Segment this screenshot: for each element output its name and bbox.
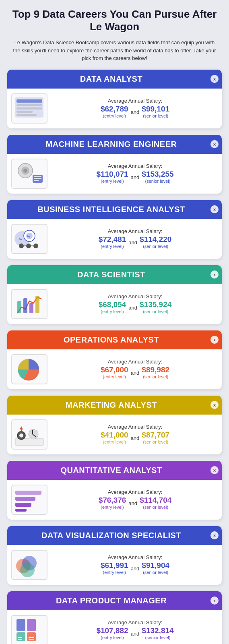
close-button-data-product-manager[interactable]: x (210, 597, 219, 605)
salary-label-business-intelligence-analyst: Average Annual Salary: (52, 228, 218, 234)
svg-rect-44 (17, 619, 25, 631)
entry-salary-data-visualization-specialist: $61,991 (entry level) (101, 561, 128, 575)
senior-amount-data-scientist: $135,924 (140, 301, 171, 309)
page-title: Top 9 Data Careers You Can Pursue After … (7, 8, 222, 33)
career-header-data-visualization-specialist: DATA VISUALIZATION SPECIALIST x (7, 526, 222, 545)
senior-level-label-data-product-manager: (senior level) (142, 635, 173, 640)
career-body-data-visualization-specialist: Average Annual Salary: $61,991 (entry le… (7, 545, 222, 585)
career-title-marketing-analyst: MARKETING ANALYST (13, 400, 210, 410)
close-button-data-analyst[interactable]: x (210, 75, 219, 83)
svg-rect-26 (35, 296, 39, 313)
career-body-data-product-manager: Average Annual Salary: $107,882 (entry l… (7, 610, 222, 644)
career-title-data-product-manager: DATA PRODUCT MANAGER (13, 596, 210, 605)
salary-info-data-product-manager: Average Annual Salary: $107,882 (entry l… (52, 619, 218, 640)
close-button-marketing-analyst[interactable]: x (210, 401, 219, 409)
salary-info-marketing-analyst: Average Annual Salary: $41,000 (entry le… (52, 424, 218, 445)
svg-rect-39 (15, 503, 31, 507)
and-text-data-analyst: and (131, 109, 140, 115)
senior-salary-data-scientist: $135,924 (senior level) (140, 301, 171, 314)
career-body-data-scientist: Average Annual Salary: $68,054 (entry le… (7, 284, 222, 324)
career-header-quantitative-analyst: QUANTITATIVE ANALYST x (7, 461, 222, 480)
career-title-data-analyst: DATA ANALYST (13, 74, 210, 84)
senior-amount-data-product-manager: $132,814 (142, 627, 173, 635)
senior-amount-machine-learning-engineer: $153,255 (142, 170, 173, 179)
salary-values-marketing-analyst: $41,000 (entry level) and $87,707 (senio… (52, 431, 218, 445)
senior-salary-quantitative-analyst: $114,704 (senior level) (140, 496, 171, 510)
career-card-marketing-analyst: MARKETING ANALYST x Average Annual Salar… (7, 396, 222, 454)
and-text-machine-learning-engineer: and (131, 174, 140, 180)
close-button-data-scientist[interactable]: x (210, 270, 219, 279)
career-body-quantitative-analyst: Average Annual Salary: $76,376 (entry le… (7, 480, 222, 520)
career-title-operations-analyst: OPERATIONS ANALYST (13, 335, 210, 345)
entry-level-label-data-visualization-specialist: (entry level) (101, 570, 128, 575)
and-text-data-visualization-specialist: and (131, 566, 140, 572)
entry-level-label-operations-analyst: (entry level) (101, 374, 128, 380)
salary-values-machine-learning-engineer: $110,071 (entry level) and $153,255 (sen… (52, 170, 218, 184)
entry-salary-data-analyst: $62,789 (entry level) (101, 105, 128, 119)
entry-salary-data-product-manager: $107,882 (entry level) (96, 627, 128, 640)
senior-amount-operations-analyst: $89,982 (142, 366, 169, 374)
senior-level-label-data-analyst: (senior level) (142, 114, 169, 119)
senior-level-label-data-visualization-specialist: (senior level) (142, 570, 169, 575)
page-subtitle: Le Wagon's Data Science Bootcamp covers … (7, 39, 222, 62)
close-button-operations-analyst[interactable]: x (210, 336, 219, 344)
career-icon-quantitative-analyst (11, 485, 47, 515)
close-button-machine-learning-engineer[interactable]: x (210, 140, 219, 148)
senior-level-label-machine-learning-engineer: (senior level) (142, 179, 173, 184)
entry-level-label-data-scientist: (entry level) (99, 309, 126, 314)
svg-rect-23 (17, 301, 21, 313)
svg-rect-11 (34, 178, 41, 179)
career-card-data-visualization-specialist: DATA VISUALIZATION SPECIALIST x Average … (7, 526, 222, 585)
entry-amount-data-analyst: $62,789 (101, 105, 128, 114)
salary-values-data-product-manager: $107,882 (entry level) and $132,814 (sen… (52, 627, 218, 640)
and-text-operations-analyst: and (131, 370, 140, 376)
career-title-data-scientist: DATA SCIENTIST (13, 270, 210, 279)
and-text-business-intelligence-analyst: and (128, 239, 137, 246)
close-button-business-intelligence-analyst[interactable]: x (210, 205, 219, 213)
career-title-quantitative-analyst: QUANTITATIVE ANALYST (13, 466, 210, 475)
salary-label-data-scientist: Average Annual Salary: (52, 293, 218, 299)
and-text-data-product-manager: and (131, 631, 140, 637)
svg-point-30 (19, 433, 23, 438)
career-icon-marketing-analyst (11, 419, 47, 450)
career-body-data-analyst: Average Annual Salary: $62,789 (entry le… (7, 89, 222, 128)
career-card-machine-learning-engineer: MACHINE LEARNING ENGINEER x Average Annu… (7, 135, 222, 194)
career-title-business-intelligence-analyst: BUSINESS INTELLIGENCE ANALYST (13, 205, 210, 214)
career-icon-data-scientist (11, 289, 47, 319)
entry-amount-data-product-manager: $107,882 (96, 627, 128, 635)
career-body-business-intelligence-analyst: % % Average Annual Salary: $72,481 (entr… (7, 219, 222, 259)
svg-point-19 (26, 244, 31, 248)
svg-rect-25 (29, 303, 33, 313)
career-card-data-scientist: DATA SCIENTIST x Average Annual Salary: … (7, 265, 222, 324)
salary-values-business-intelligence-analyst: $72,481 (entry level) and $114,220 (seni… (52, 235, 218, 249)
career-card-business-intelligence-analyst: BUSINESS INTELLIGENCE ANALYST x % % Aver… (7, 200, 222, 259)
career-header-machine-learning-engineer: MACHINE LEARNING ENGINEER x (7, 135, 222, 154)
entry-level-label-data-analyst: (entry level) (101, 114, 128, 119)
career-icon-machine-learning-engineer (11, 159, 47, 189)
svg-point-20 (33, 244, 38, 248)
salary-info-data-visualization-specialist: Average Annual Salary: $61,991 (entry le… (52, 554, 218, 575)
entry-amount-marketing-analyst: $41,000 (101, 431, 128, 440)
senior-level-label-business-intelligence-analyst: (senior level) (140, 244, 171, 249)
svg-rect-10 (34, 176, 41, 177)
salary-label-data-visualization-specialist: Average Annual Salary: (52, 554, 218, 560)
salary-info-machine-learning-engineer: Average Annual Salary: $110,071 (entry l… (52, 163, 218, 184)
career-icon-data-visualization-specialist (11, 550, 47, 580)
senior-level-label-marketing-analyst: (senior level) (142, 440, 169, 445)
and-text-marketing-analyst: and (131, 435, 140, 441)
entry-amount-operations-analyst: $67,000 (101, 366, 128, 374)
entry-salary-data-scientist: $68,054 (entry level) (99, 301, 126, 314)
svg-rect-40 (15, 509, 27, 512)
close-button-quantitative-analyst[interactable]: x (210, 466, 219, 474)
entry-level-label-machine-learning-engineer: (entry level) (96, 179, 128, 184)
close-button-data-visualization-specialist[interactable]: x (210, 531, 219, 539)
senior-level-label-data-scientist: (senior level) (140, 309, 171, 314)
svg-text:%: % (19, 237, 22, 241)
salary-label-operations-analyst: Average Annual Salary: (52, 359, 218, 365)
and-text-data-scientist: and (128, 305, 137, 311)
career-header-marketing-analyst: MARKETING ANALYST x (7, 396, 222, 415)
career-header-operations-analyst: OPERATIONS ANALYST x (7, 330, 222, 349)
senior-level-label-quantitative-analyst: (senior level) (140, 505, 171, 510)
svg-rect-4 (17, 111, 33, 113)
salary-label-machine-learning-engineer: Average Annual Salary: (52, 163, 218, 169)
